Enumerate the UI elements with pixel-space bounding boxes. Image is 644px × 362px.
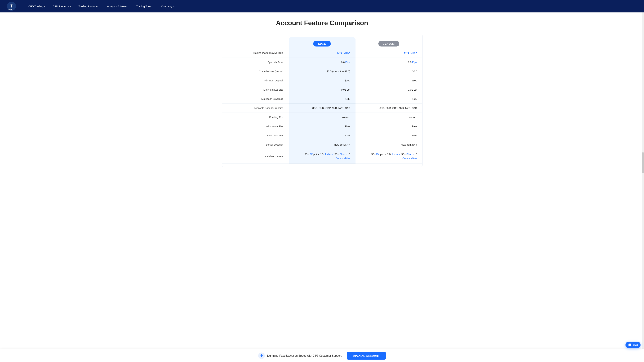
row-label-server-location: Server Location xyxy=(222,140,289,149)
comparison-wrapper: EDGE CLASSIC Trading Platforms Available… xyxy=(222,34,422,167)
row-edge-withdrawal-fee: Free xyxy=(289,122,356,131)
nav-items: CFD Trading ▾ CFD Products ▾ Trading Pla… xyxy=(24,0,637,12)
edge-indices-link[interactable]: Indices xyxy=(325,153,333,156)
row-classic-min-deposit: $100 xyxy=(356,76,422,85)
svg-text:TMGM: TMGM xyxy=(8,9,12,10)
classic-commodities-link[interactable]: Commodities xyxy=(402,157,417,161)
classic-badge: CLASSIC xyxy=(378,41,399,46)
row-classic-trading-platforms: MT4, MT5★ xyxy=(356,48,422,58)
row-label-trading-platforms: Trading Platforms Available xyxy=(222,48,289,58)
edge-mt4-mt5-link[interactable]: MT4, MT5★ xyxy=(337,51,350,54)
row-edge-trading-platforms: MT4, MT5★ xyxy=(289,48,356,58)
classic-mt4-mt5-link[interactable]: MT4, MT5★ xyxy=(404,51,417,54)
edge-pips-label: Pips xyxy=(345,61,350,64)
main-content: Account Feature Comparison EDGE CLASSIC … xyxy=(218,12,426,181)
chat-label: Chat xyxy=(633,344,638,346)
chat-button[interactable]: Chat xyxy=(626,342,640,348)
row-label-base-currencies: Available Base Currencies xyxy=(222,104,289,113)
row-label-min-lot: Minimum Lot Size xyxy=(222,85,289,94)
row-label-available-markets: Available Markets xyxy=(222,149,289,164)
row-edge-base-currencies: USD, EUR, GBP, AUD, NZD, CAD xyxy=(289,104,356,113)
row-label-spreads: Spreads From xyxy=(222,58,289,67)
nav-trading-platform[interactable]: Trading Platform ▾ xyxy=(75,0,103,12)
tmgm-logo-icon: TMGM xyxy=(7,2,16,11)
bottom-bar-text-group: Lightning-Fast Execution Speed with 24/7… xyxy=(258,353,342,359)
row-edge-stop-out: 40% xyxy=(289,131,356,140)
edge-shares-link[interactable]: Shares xyxy=(340,153,347,156)
row-edge-min-lot: 0.01 Lot xyxy=(289,85,356,94)
row-label-funding-fee: Funding Fee xyxy=(222,113,289,122)
row-label-max-leverage: Maximum Leverage xyxy=(222,94,289,104)
header-spacer xyxy=(222,37,289,48)
navbar: TMGM CFD Trading ▾ CFD Products ▾ Tradin… xyxy=(0,0,644,12)
row-classic-funding-fee: Waived xyxy=(356,113,422,122)
row-label-min-deposit: Minimum Deposit xyxy=(222,76,289,85)
bottom-bar: Lightning-Fast Execution Speed with 24/7… xyxy=(0,349,644,362)
trading-platform-chevron: ▾ xyxy=(99,5,100,7)
row-classic-spreads: 1.0 Pips xyxy=(356,58,422,67)
row-edge-max-leverage: 1:30 xyxy=(289,94,356,104)
classic-column-header: CLASSIC xyxy=(356,37,422,48)
company-chevron: ▾ xyxy=(173,5,174,7)
row-classic-server-location: New York NY4 xyxy=(356,140,422,149)
analysis-learn-chevron: ▾ xyxy=(128,5,128,7)
row-edge-min-deposit: $100 xyxy=(289,76,356,85)
edge-markets-value: 55+ FX pairs, 15+ Indices, 50+ Shares, 6… xyxy=(304,153,350,161)
classic-indices-link[interactable]: Indices xyxy=(392,153,400,156)
scrollbar-thumb[interactable] xyxy=(642,152,644,173)
classic-shares-link[interactable]: Shares xyxy=(406,153,414,156)
cfd-products-chevron: ▾ xyxy=(70,5,71,7)
page-title: Account Feature Comparison xyxy=(222,19,422,27)
edge-column-header: EDGE xyxy=(289,37,356,48)
classic-markets-value: 55+ FX pairs, 15+ Indices, 50+ Shares, 6… xyxy=(371,153,417,161)
nav-cfd-products[interactable]: CFD Products ▾ xyxy=(49,0,75,12)
nav-trading-tools[interactable]: Trading Tools ▾ xyxy=(132,0,157,12)
row-label-commissions: Commissions (per lot) xyxy=(222,67,289,76)
row-label-stop-out: Stop Out Level xyxy=(222,131,289,140)
row-classic-max-leverage: 1:30 xyxy=(356,94,422,104)
nav-analysis-learn[interactable]: Analysis & Learn ▾ xyxy=(104,0,132,12)
row-edge-available-markets: 55+ FX pairs, 15+ Indices, 50+ Shares, 6… xyxy=(289,149,356,164)
edge-fx-link[interactable]: FX xyxy=(310,153,313,156)
classic-pips-label: Pips xyxy=(412,61,417,64)
row-classic-min-lot: 0.01 Lot xyxy=(356,85,422,94)
classic-fx-link[interactable]: FX xyxy=(376,153,380,156)
row-classic-withdrawal-fee: Free xyxy=(356,122,422,131)
lightning-icon xyxy=(258,353,265,359)
row-edge-server-location: New York NY4 xyxy=(289,140,356,149)
scrollbar-track[interactable] xyxy=(642,12,644,362)
chat-icon xyxy=(628,343,631,347)
brand-logo[interactable]: TMGM xyxy=(7,2,18,11)
nav-company[interactable]: Company ▾ xyxy=(157,0,178,12)
open-account-button[interactable]: OPEN AN ACCOUNT xyxy=(347,352,386,360)
row-classic-commissions: $0.0 xyxy=(356,67,422,76)
cfd-trading-chevron: ▾ xyxy=(44,5,45,7)
row-edge-funding-fee: Waived xyxy=(289,113,356,122)
row-edge-spreads: 0.0 Pips xyxy=(289,58,356,67)
row-classic-available-markets: 55+ FX pairs, 15+ Indices, 50+ Shares, 6… xyxy=(356,149,422,164)
edge-commodities-link[interactable]: Commodities xyxy=(336,157,350,161)
row-classic-stop-out: 40% xyxy=(356,131,422,140)
row-classic-base-currencies: USD, EUR, GBP, AUD, NZD, CAD xyxy=(356,104,422,113)
row-edge-commissions: $3.5 (round turn$7.0) xyxy=(289,67,356,76)
edge-badge: EDGE xyxy=(313,41,331,46)
trading-tools-chevron: ▾ xyxy=(152,5,154,7)
nav-cfd-trading[interactable]: CFD Trading ▾ xyxy=(24,0,49,12)
comparison-grid: EDGE CLASSIC Trading Platforms Available… xyxy=(222,37,422,164)
row-label-withdrawal-fee: Withdrawal Fee xyxy=(222,122,289,131)
bottom-bar-label: Lightning-Fast Execution Speed with 24/7… xyxy=(267,354,342,357)
